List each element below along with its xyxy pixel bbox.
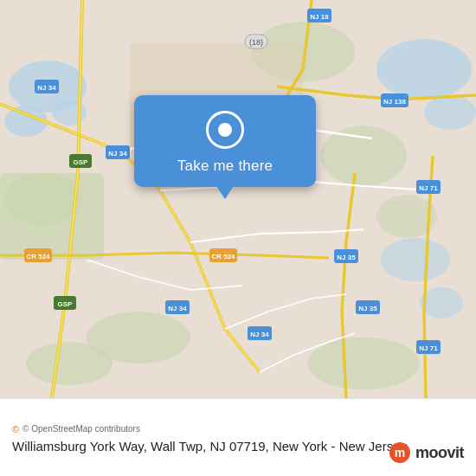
svg-text:NJ 34: NJ 34 xyxy=(108,150,127,158)
map-container: NJ 18 (18) NJ 34 NJ 34 NJ 34 NJ 34 NJ 13… xyxy=(0,0,476,398)
moovit-icon: m xyxy=(389,441,411,464)
navigation-tooltip[interactable]: Take me there xyxy=(134,95,316,187)
svg-point-5 xyxy=(424,95,476,130)
svg-point-4 xyxy=(376,39,472,100)
svg-text:(18): (18) xyxy=(249,38,263,47)
moovit-wordmark: moovit xyxy=(415,444,464,462)
svg-text:NJ 35: NJ 35 xyxy=(337,254,356,261)
svg-text:GSP: GSP xyxy=(58,300,74,308)
map-pin-icon xyxy=(206,111,244,149)
svg-text:CR 524: CR 524 xyxy=(211,253,235,261)
svg-text:NJ 34: NJ 34 xyxy=(250,331,269,338)
svg-text:GSP: GSP xyxy=(74,158,89,166)
svg-text:m: m xyxy=(395,446,405,460)
svg-text:NJ 34: NJ 34 xyxy=(37,84,56,92)
svg-point-6 xyxy=(381,238,450,281)
svg-text:NJ 18: NJ 18 xyxy=(310,13,329,21)
svg-text:NJ 138: NJ 138 xyxy=(383,98,406,106)
svg-text:NJ 34: NJ 34 xyxy=(168,305,187,312)
svg-point-15 xyxy=(307,338,420,389)
attribution-text: © OpenStreetMap contributors xyxy=(23,424,140,434)
svg-text:CR 524: CR 524 xyxy=(26,253,50,261)
moovit-logo: m moovit xyxy=(389,441,464,464)
pin-dot xyxy=(218,123,232,137)
svg-text:NJ 71: NJ 71 xyxy=(419,344,438,352)
svg-point-11 xyxy=(320,125,407,186)
map-attribution: © © OpenStreetMap contributors xyxy=(12,424,464,434)
take-me-there-button[interactable]: Take me there xyxy=(177,158,273,175)
svg-point-9 xyxy=(4,173,82,225)
svg-point-14 xyxy=(26,342,113,385)
osm-logo: © xyxy=(12,424,19,434)
bottom-info-bar: © © OpenStreetMap contributors Williamsb… xyxy=(0,398,476,476)
svg-text:NJ 71: NJ 71 xyxy=(419,184,438,192)
svg-text:NJ 35: NJ 35 xyxy=(358,305,377,312)
